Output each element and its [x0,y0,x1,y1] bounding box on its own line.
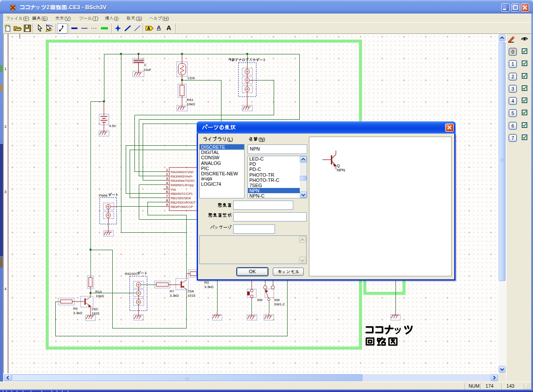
svg-text:RA1: RA1 [187,98,194,102]
svg-text:1: 1 [166,168,168,172]
svg-text:2: 2 [4,124,7,129]
svg-text:4: 4 [166,181,168,185]
svg-text:9: 9 [166,203,168,207]
svg-text:Vss: Vss [171,188,176,191]
svg-text:10kΩ: 10kΩ [187,102,195,106]
svg-text:10kΩ: 10kΩ [96,294,104,298]
svg-text:A: A [147,26,150,31]
svg-text:SW1-2: SW1-2 [274,302,285,306]
svg-text:5: 5 [166,185,168,189]
svg-text:3.3kΩ: 3.3kΩ [73,311,82,315]
svg-text:RA3/AN3/Vref+: RA3/AN3/Vref+ [171,174,193,178]
svg-text:3.3kΩ: 3.3kΩ [170,294,179,298]
svg-text:RA2/AN2/CVref: RA2/AN2/CVref [171,170,194,174]
svg-text:2SC: 2SC [92,307,99,311]
svg-text:RB0/INT/CCP1: RB0/INT/CCP1 [171,192,193,196]
svg-text:4.5V: 4.5V [109,124,117,128]
svg-text:PWM: PWM [99,194,107,198]
svg-text:R3: R3 [204,281,209,285]
svg-text:R7: R7 [170,289,174,293]
svg-text:2SA: 2SA [188,289,194,293]
svg-text:4: 4 [4,287,7,291]
svg-text:NPN: NPN [337,168,345,172]
svg-text:7: 7 [166,194,168,198]
svg-text:8: 8 [166,198,168,202]
svg-text:SW: SW [274,298,280,302]
svg-text:3: 3 [4,190,7,194]
svg-text:C: C [144,63,147,67]
svg-text:RB3/PGM/CCP: RB3/PGM/CCP [171,205,193,209]
svg-text:10uF: 10uF [144,68,151,72]
svg-text:RB2/SDO/RX/DT: RB2/SDO/RX/DT [171,201,196,204]
svg-text:SW: SW [257,298,263,302]
svg-text:3.3kΩ: 3.3kΩ [204,285,214,289]
svg-text:CDS: CDS [188,76,195,80]
svg-text:RA5/MCLR/Vpp: RA5/MCLR/Vpp [171,183,194,187]
svg-text:RA4/AN4/T0CKI: RA4/AN4/T0CKI [171,179,194,183]
svg-text:Q: Q [337,164,340,168]
svg-text:R14: R14 [95,290,102,294]
svg-text:1815: 1815 [92,312,100,315]
svg-text:3: 3 [166,177,168,181]
svg-text:2: 2 [166,172,168,176]
svg-text:6: 6 [166,190,168,194]
svg-text:RS232C: RS232C [125,272,138,276]
svg-text:1015: 1015 [188,294,195,298]
svg-text:RB1/SDI/SDA: RB1/SDI/SDA [171,196,191,200]
svg-text:R9: R9 [73,307,78,311]
svg-text:1: 1 [4,67,7,71]
